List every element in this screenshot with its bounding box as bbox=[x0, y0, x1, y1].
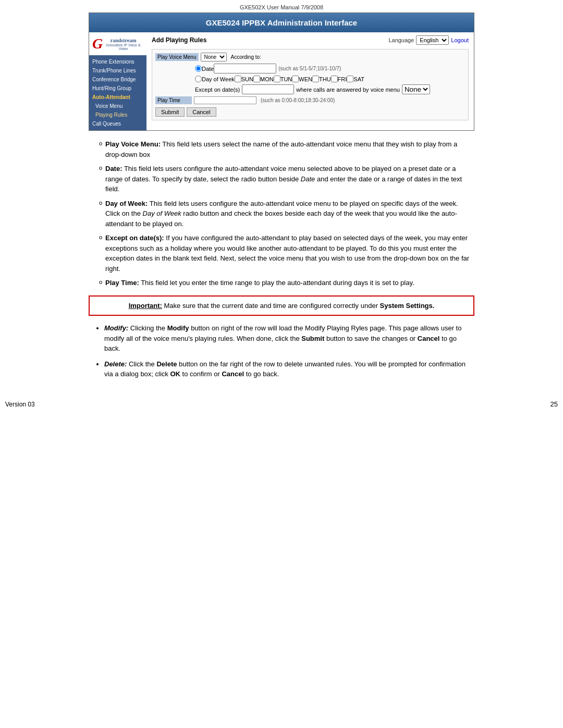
day-wen-checkbox[interactable] bbox=[292, 76, 299, 82]
outer-bullet-list: Modify: Clicking the Modify button on ri… bbox=[89, 323, 474, 379]
play-voice-menu-select[interactable]: None bbox=[201, 53, 227, 61]
play-voice-menu-label: Play Voice Menu bbox=[155, 53, 199, 61]
except-dates-input[interactable] bbox=[242, 84, 294, 94]
list-item-except-dates: Except on date(s): If you have configure… bbox=[99, 233, 474, 274]
version-label: Version 03 bbox=[5, 401, 35, 408]
language-area: Language English Logout bbox=[388, 35, 469, 45]
date-input[interactable] bbox=[214, 64, 276, 73]
language-label: Language bbox=[388, 37, 414, 43]
submit-button[interactable]: Submit bbox=[155, 107, 185, 117]
important-box: Important: Make sure that the current da… bbox=[89, 295, 474, 316]
list-item-delete: Delete: Click the Delete button on the f… bbox=[104, 359, 474, 379]
list-item-play-voice-menu: Play Voice Menu: This field lets users s… bbox=[99, 139, 474, 159]
admin-interface-box: GXE5024 IPPBX Administration Interface G… bbox=[89, 13, 474, 131]
top-bar: Add Playing Rules Language English Logou… bbox=[152, 35, 469, 45]
day-sat-checkbox[interactable] bbox=[347, 76, 353, 82]
doc-header: GXE502X User Manual 7/9/2008 bbox=[0, 0, 563, 13]
cancel-button[interactable]: Cancel bbox=[187, 107, 216, 117]
play-time-label: Play Time bbox=[155, 96, 192, 104]
except-dates-row: Except on date(s) where calls are answer… bbox=[155, 84, 465, 94]
logo-tagline: Innovative IP Voice & Video bbox=[103, 43, 143, 51]
form-buttons: Submit Cancel bbox=[155, 107, 465, 117]
according-to-label: According to: bbox=[231, 54, 261, 60]
date-radio-label: Date bbox=[202, 66, 214, 72]
play-voice-menu-row: Play Voice Menu None According to: bbox=[155, 53, 465, 61]
day-of-week-radio[interactable] bbox=[195, 76, 202, 82]
day-sun-label: SUN bbox=[241, 76, 253, 82]
day-thu-checkbox[interactable] bbox=[312, 76, 319, 82]
sidebar-item-trunk-phone-lines[interactable]: Trunk/Phone Lines bbox=[89, 66, 146, 75]
day-of-week-label: Day of Week bbox=[202, 76, 235, 82]
day-sat-label: SAT bbox=[353, 76, 364, 82]
sidebar-item-auto-attendant[interactable]: Auto-Attendant bbox=[89, 93, 146, 102]
day-thu-label: THU bbox=[319, 76, 331, 82]
where-answered-label: where calls are answered by voice menu bbox=[296, 87, 400, 93]
admin-title: GXE5024 IPPBX Administration Interface bbox=[89, 13, 474, 32]
add-playing-rules-form: Play Voice Menu None According to: Date bbox=[152, 49, 469, 120]
sidebar-logo: G randstream Innovative IP Voice & Video bbox=[89, 32, 146, 55]
day-fri-checkbox[interactable] bbox=[331, 76, 338, 82]
sidebar-item-voice-menu[interactable]: Voice Menu bbox=[89, 102, 146, 110]
sidebar-item-playing-rules[interactable]: Playing Rules bbox=[89, 110, 146, 119]
sidebar-item-call-queues[interactable]: Call Queues bbox=[89, 119, 146, 128]
where-answered-select[interactable]: None bbox=[402, 84, 430, 94]
play-voice-menu-field: None According to: bbox=[201, 53, 261, 61]
doc-footer: Version 03 25 bbox=[0, 400, 563, 413]
sidebar-item-phone-extensions[interactable]: Phone Extensions bbox=[89, 57, 146, 66]
date-row: Date (such as 5/1-5/7;10/1-10/7) bbox=[155, 64, 465, 73]
sidebar-item-hunt-ring-group[interactable]: Hunt/Ring Group bbox=[89, 84, 146, 93]
logo-brand: randstream bbox=[103, 38, 143, 43]
day-mon-label: MON bbox=[260, 76, 274, 82]
list-item-play-time: Play Time: This field let you enter the … bbox=[99, 278, 474, 288]
day-tun-label: TUN bbox=[280, 76, 292, 82]
play-time-input[interactable] bbox=[194, 96, 256, 104]
day-mon-checkbox[interactable] bbox=[253, 76, 260, 82]
date-radio[interactable] bbox=[195, 65, 202, 72]
play-time-field: (such as 0:00-8:00;18:30-24:00) bbox=[194, 96, 335, 104]
language-select[interactable]: English bbox=[416, 35, 449, 45]
doc-body: Play Voice Menu: This field lets users s… bbox=[89, 139, 474, 379]
logo-g-letter: G bbox=[92, 35, 103, 52]
sidebar: G randstream Innovative IP Voice & Video… bbox=[89, 32, 146, 130]
date-hint: (such as 5/1-5/7;10/1-10/7) bbox=[278, 66, 341, 71]
important-text: Make sure that the current date and time… bbox=[164, 302, 435, 310]
page-title: Add Playing Rules bbox=[152, 36, 206, 44]
day-of-week-row: Day of Week SUN MON TUN WEN THU FRI SAT bbox=[155, 76, 465, 82]
day-sun-checkbox[interactable] bbox=[235, 76, 241, 82]
main-content: Add Playing Rules Language English Logou… bbox=[146, 32, 474, 130]
except-dates-label: Except on date(s) bbox=[195, 87, 240, 93]
list-item-date: Date: This field lets users configure th… bbox=[99, 164, 474, 194]
day-tun-checkbox[interactable] bbox=[274, 76, 280, 82]
important-label: Important: bbox=[129, 302, 162, 310]
logout-link[interactable]: Logout bbox=[451, 37, 469, 43]
play-time-hint: (such as 0:00-8:00;18:30-24:00) bbox=[261, 97, 335, 103]
sidebar-nav: Phone Extensions Trunk/Phone Lines Confe… bbox=[89, 55, 146, 130]
page-number: 25 bbox=[550, 400, 558, 408]
list-item-modify: Modify: Clicking the Modify button on ri… bbox=[104, 323, 474, 354]
day-fri-label: FRI bbox=[338, 76, 347, 82]
day-wen-label: WEN bbox=[299, 76, 312, 82]
list-item-day-of-week: Day of Week: This field lets users confi… bbox=[99, 199, 474, 229]
bullet-list: Play Voice Menu: This field lets users s… bbox=[89, 139, 474, 288]
play-time-row: Play Time (such as 0:00-8:00;18:30-24:00… bbox=[155, 96, 465, 104]
sidebar-item-conference-bridge[interactable]: Conference Bridge bbox=[89, 75, 146, 84]
